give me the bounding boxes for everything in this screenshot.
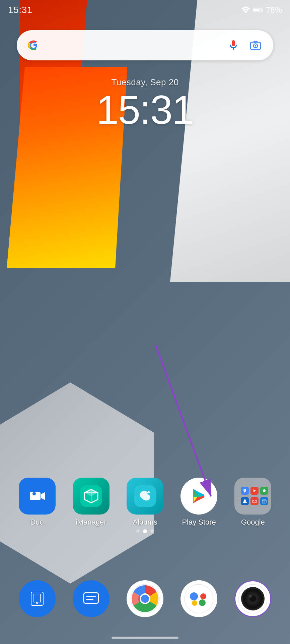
svg-point-19 [263, 489, 266, 492]
google-folder-icon: 20 [234, 478, 271, 515]
svg-text:20: 20 [264, 501, 266, 503]
status-icons: 78% [241, 5, 282, 15]
svg-point-46 [249, 595, 252, 598]
svg-point-34 [141, 595, 149, 603]
app-duo[interactable]: Duo [19, 478, 56, 527]
svg-point-36 [190, 592, 198, 600]
playstore-icon [180, 478, 217, 515]
app-albums[interactable]: Albums [127, 478, 163, 527]
dock-camera[interactable] [234, 580, 271, 617]
home-bar [112, 637, 178, 639]
albums-icon [127, 478, 163, 515]
battery-icon [253, 7, 263, 13]
svg-point-35 [185, 584, 213, 613]
svg-point-39 [199, 599, 206, 606]
svg-rect-1 [262, 9, 263, 11]
playstore-label: Play Store [182, 518, 216, 527]
dock-chrome[interactable] [127, 580, 163, 617]
clock-time: 15:31 [96, 88, 194, 132]
app-google-folder[interactable]: 20 Google [234, 478, 271, 527]
date-time-widget: Tuesday, Sep 20 15:31 [0, 77, 290, 132]
app-playstore[interactable]: Play Store [180, 478, 217, 527]
google-search-bar[interactable] [17, 30, 273, 60]
svg-point-5 [255, 45, 257, 47]
dock-messages[interactable] [73, 580, 110, 617]
dock-assistant[interactable] [180, 580, 217, 617]
imanager-label: iManager [76, 518, 106, 527]
svg-rect-26 [84, 593, 98, 603]
duo-label: Duo [30, 518, 44, 527]
svg-rect-2 [253, 9, 260, 11]
google-folder-label: Google [241, 518, 265, 527]
albums-label: Albums [133, 518, 157, 527]
page-dot-2 [143, 529, 147, 533]
wifi-icon [241, 6, 250, 14]
app-imanager[interactable]: iManager [73, 478, 110, 527]
page-dot-1 [136, 529, 140, 533]
svg-marker-18 [253, 489, 256, 492]
svg-point-38 [192, 600, 197, 606]
page-dot-3 [150, 529, 154, 533]
google-logo [26, 38, 41, 53]
duo-icon [19, 478, 56, 515]
imanager-icon [73, 478, 110, 515]
dock [0, 580, 290, 617]
svg-point-9 [32, 492, 36, 495]
app-grid: Duo iManager [0, 478, 290, 527]
battery-percentage: 78% [266, 5, 282, 15]
date-label: Tuesday, Sep 20 [111, 77, 178, 88]
page-indicators [0, 529, 290, 533]
status-bar: 15:31 78% [0, 0, 290, 20]
voice-search-button[interactable] [225, 37, 242, 54]
svg-point-37 [200, 593, 206, 599]
status-time: 15:31 [8, 5, 32, 15]
visual-search-button[interactable] [247, 37, 264, 54]
dock-phone[interactable] [19, 580, 56, 617]
